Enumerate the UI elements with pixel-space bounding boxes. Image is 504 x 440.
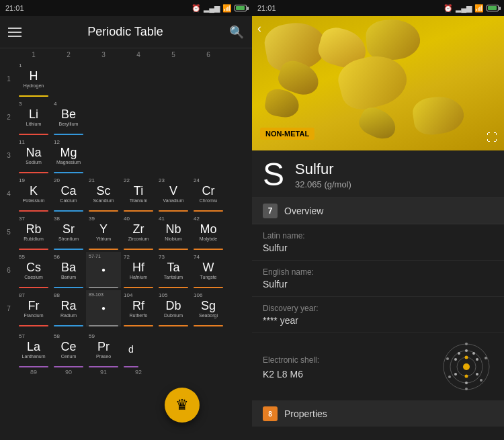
svg-point-4	[465, 356, 468, 359]
col-1: 1	[16, 51, 51, 58]
element-Hf[interactable]: 72 Hf Hafnium	[121, 252, 156, 288]
row-num-3: 3	[1, 152, 16, 159]
svg-point-18	[448, 376, 451, 378]
svg-point-7	[476, 358, 478, 361]
element-nd-partial[interactable]: d	[121, 331, 141, 367]
element-H[interactable]: 1 H Hydrogen	[16, 60, 51, 97]
pt-rows: 1 1 H Hydrogen 2	[1, 60, 251, 327]
element-Rb[interactable]: 37 Rb Rubidium	[16, 214, 51, 250]
signal-icon: ▂▄▆	[204, 4, 220, 13]
lanthanide-row: 57 La Lanthanum 58 Ce Cerium 59 Pr Prase…	[1, 331, 251, 367]
fullscreen-button[interactable]: ⛶	[487, 132, 497, 144]
element-header: S Sulfur 32.065 (g/mol)	[252, 150, 504, 198]
element-Db[interactable]: 105 Db Dubnium	[156, 290, 191, 326]
element-La[interactable]: 57 La Lanthanum	[16, 331, 51, 367]
col-5: 5	[156, 51, 191, 58]
element-Mo[interactable]: 42 Mo Molybde	[191, 214, 226, 250]
row-num-6: 6	[1, 267, 16, 274]
svg-point-0	[463, 363, 470, 370]
svg-point-16	[480, 379, 482, 382]
element-K[interactable]: 19 K Potassium	[16, 175, 51, 212]
properties-badge: 8	[263, 406, 278, 421]
overview-badge: 7	[263, 204, 278, 218]
element-Y[interactable]: 39 Y Yttrium	[86, 214, 121, 250]
svg-point-15	[485, 357, 487, 359]
crown-icon: ♛	[175, 396, 189, 414]
element-Cs[interactable]: 55 Cs Caesium	[16, 252, 51, 288]
col-3: 3	[86, 51, 121, 58]
element-Ra[interactable]: 88 Ra Radium	[51, 290, 86, 326]
svg-point-11	[454, 358, 457, 361]
element-Sr[interactable]: 38 Sr Strontium	[51, 214, 86, 250]
element-image: ‹ NON-METAL ⛶	[252, 16, 504, 150]
app-title: Periodic Table	[22, 25, 229, 39]
periodic-table: 1 2 3 4 5 6 1 1 H Hydrogen	[0, 48, 252, 440]
english-name-row: English name: Sulfur	[252, 261, 504, 297]
element-Ce[interactable]: 58 Ce Cerium	[51, 331, 86, 367]
row-num-5: 5	[1, 228, 16, 236]
svg-point-5	[465, 375, 468, 378]
element-Na[interactable]: 11 Na Sodium	[16, 137, 51, 173]
left-status-icons: ⏰ ▂▄▆ 📶	[192, 4, 247, 13]
latin-name-row: Latin name: Sulfur	[252, 224, 504, 261]
electronic-label: Electronic shell:	[263, 355, 319, 365]
element-Ca[interactable]: 20 Ca Calcium	[51, 175, 86, 212]
pt-row-4: 4 19 K Potassium 20 Ca Calcium 21	[1, 175, 251, 212]
actinide-placeholder-7[interactable]: 89-103 ●	[86, 290, 121, 326]
svg-point-8	[476, 373, 478, 376]
pt-row-7: 7 87 Fr Francium 88 Ra Radium 89-10	[1, 290, 251, 327]
svg-point-10	[454, 373, 457, 376]
electron-shell-row: Electronic shell: K2 L8 M6	[252, 333, 504, 401]
element-Ta[interactable]: 73 Ta Tantalum	[156, 252, 191, 288]
lanthanide-placeholder-6[interactable]: 57-71 ●	[86, 252, 121, 288]
element-Fr[interactable]: 87 Fr Francium	[16, 290, 51, 326]
bottom-section[interactable]: 8 Properties	[252, 401, 504, 427]
pt-row-5: 5 37 Rb Rubidium 38 Sr Strontium 39	[1, 213, 251, 251]
right-signal-icon: ▂▄▆	[456, 4, 472, 13]
element-Zr[interactable]: 40 Zr Zirconium	[121, 214, 156, 250]
element-W[interactable]: 74 W Tungste	[191, 252, 226, 288]
right-panel: 21:01 ⏰ ▂▄▆ 📶 ‹ NON-METAL ⛶ S Sulfu	[252, 0, 504, 440]
svg-point-13	[458, 352, 460, 355]
element-name-info: Sulfur 32.065 (g/mol)	[295, 161, 493, 189]
element-Mg[interactable]: 12 Mg Magnesium	[51, 137, 86, 173]
left-time: 21:01	[5, 4, 24, 12]
element-Pr[interactable]: 59 Pr Praseo	[86, 331, 121, 367]
search-button[interactable]: 🔍	[229, 25, 244, 40]
wifi-icon: 📶	[222, 4, 232, 13]
element-Rf[interactable]: 104 Rf Rutherfo	[121, 290, 156, 326]
crown-fab-button[interactable]: ♛	[165, 388, 200, 423]
element-Nb[interactable]: 41 Nb Niobium	[156, 214, 191, 250]
pt-row-3: 3 11 Na Sodium 12 Mg Magnesium	[1, 136, 251, 174]
right-wifi-icon: 📶	[474, 4, 484, 13]
svg-point-6	[465, 349, 468, 352]
element-Ti[interactable]: 22 Ti Titanium	[121, 175, 156, 212]
back-button[interactable]: ‹	[257, 21, 261, 36]
english-name-label: English name:	[263, 267, 493, 277]
element-Li[interactable]: 3 Li Lithium	[16, 99, 51, 135]
pt-row-1: 1 1 H Hydrogen	[1, 60, 251, 97]
row-num-7: 7	[1, 305, 16, 312]
right-status-bar: 21:01 ⏰ ▂▄▆ 📶	[252, 0, 504, 16]
element-Ba[interactable]: 56 Ba Barium	[51, 252, 86, 288]
element-Be[interactable]: 4 Be Beryllium	[51, 99, 86, 135]
element-type-badge: NON-METAL	[260, 128, 314, 140]
overview-section[interactable]: 7 Overview	[252, 198, 504, 224]
electron-diagram	[439, 340, 493, 394]
discovery-year-row: Discovery year: **** year	[252, 297, 504, 333]
discovery-value: **** year	[263, 315, 493, 326]
menu-button[interactable]	[8, 28, 22, 37]
latin-name-label: Latin name:	[263, 231, 493, 240]
element-Cr[interactable]: 24 Cr Chromiu	[191, 175, 226, 212]
pt-row-2: 2 3 Li Lithium 4 Be Beryllium	[1, 98, 251, 136]
app-header: Periodic Table 🔍	[0, 16, 252, 48]
element-Sc[interactable]: 21 Sc Scandium	[86, 175, 121, 212]
english-name-value: Sulfur	[263, 279, 493, 290]
electron-info: Electronic shell: K2 L8 M6	[263, 353, 439, 380]
alarm-icon: ⏰	[192, 4, 201, 13]
element-V[interactable]: 23 V Vanadium	[156, 175, 191, 212]
col-4: 4	[121, 51, 156, 58]
battery-icon	[235, 5, 247, 11]
element-Sg[interactable]: 106 Sg Seaborgi	[191, 290, 226, 326]
properties-list: Latin name: Sulfur English name: Sulfur …	[252, 224, 504, 440]
